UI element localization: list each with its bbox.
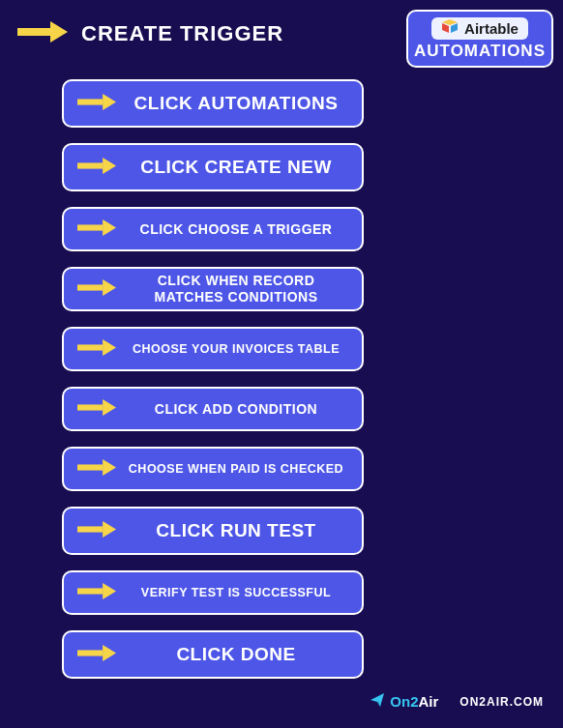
airtable-logo-icon <box>441 19 459 38</box>
svg-rect-15 <box>77 404 103 410</box>
step-button: Click When Record Matches Conditions <box>62 267 364 311</box>
airtable-logo-row: Airtable <box>431 17 528 40</box>
svg-marker-24 <box>103 645 116 661</box>
step-label: Choose your Invoices Table <box>133 342 340 357</box>
step-label: Verify test is successful <box>141 586 331 600</box>
step-text-wrap: Click Choose a Trigger <box>124 221 348 238</box>
svg-marker-6 <box>103 94 116 110</box>
step-label: Click Create New <box>140 157 332 179</box>
svg-marker-25 <box>370 693 384 707</box>
footer-url: on2air.com <box>459 695 544 709</box>
step-text-wrap: Click Create New <box>124 157 348 179</box>
airtable-automations-badge: Airtable Automations <box>406 10 553 68</box>
airtable-subtitle: Automations <box>414 42 546 61</box>
step-button: Click Choose a Trigger <box>62 207 364 251</box>
svg-rect-17 <box>77 464 103 470</box>
footer-brand-air: Air <box>418 693 438 710</box>
step-label: Click Add Condition <box>155 401 317 418</box>
step-label: Click Run Test <box>156 520 315 542</box>
svg-rect-0 <box>17 28 50 36</box>
step-text-wrap: Choose When Paid is checked <box>124 462 348 477</box>
step-text-wrap: Click Automations <box>124 93 348 115</box>
svg-rect-13 <box>77 344 103 350</box>
on2air-logo: On2Air <box>370 692 438 711</box>
steps-list: Click AutomationsClick Create NewClick C… <box>62 79 364 679</box>
footer: On2Air on2air.com <box>370 692 544 711</box>
step-text-wrap: Click Add Condition <box>124 401 348 418</box>
svg-marker-4 <box>451 23 458 33</box>
step-button: Verify test is successful <box>62 570 364 615</box>
svg-rect-21 <box>77 588 103 594</box>
airtable-brand-text: Airtable <box>464 20 519 37</box>
svg-marker-22 <box>103 583 116 599</box>
arrow-right-icon <box>77 94 116 114</box>
footer-brand-on2: On2 <box>390 693 418 710</box>
svg-marker-18 <box>103 459 116 476</box>
arrow-right-icon <box>77 279 116 300</box>
arrow-right-icon <box>77 583 116 603</box>
svg-marker-16 <box>103 399 116 416</box>
arrow-right-icon <box>77 158 116 178</box>
step-button: Choose your Invoices Table <box>62 327 364 371</box>
step-label: Click Done <box>176 644 295 666</box>
step-text-wrap: Choose your Invoices Table <box>124 342 348 357</box>
step-button: Click Done <box>62 630 364 679</box>
step-label: Click Automations <box>134 93 339 115</box>
svg-marker-12 <box>103 279 116 296</box>
svg-rect-11 <box>77 284 103 290</box>
step-text-wrap: Click Run Test <box>124 520 348 542</box>
arrow-right-icon <box>77 459 116 480</box>
arrow-right-icon <box>17 21 68 46</box>
svg-marker-3 <box>442 23 449 33</box>
step-label: Click When Record Matches Conditions <box>124 273 348 306</box>
arrow-right-icon <box>77 219 116 240</box>
arrow-right-icon <box>77 645 116 665</box>
svg-rect-19 <box>77 526 103 532</box>
svg-rect-9 <box>77 224 103 230</box>
svg-marker-8 <box>103 158 116 174</box>
step-text-wrap: Verify test is successful <box>124 586 348 600</box>
step-button: Click Automations <box>62 79 364 128</box>
header: Create Trigger <box>17 21 283 46</box>
svg-marker-1 <box>50 21 68 43</box>
step-text-wrap: Click Done <box>124 644 348 666</box>
svg-marker-14 <box>103 339 116 356</box>
page-title: Create Trigger <box>81 21 283 46</box>
svg-rect-5 <box>77 99 103 104</box>
paper-plane-icon <box>370 692 385 711</box>
svg-marker-20 <box>103 521 116 538</box>
arrow-right-icon <box>77 521 116 541</box>
step-button: Click Add Condition <box>62 387 364 431</box>
step-button: Choose When Paid is checked <box>62 447 364 491</box>
svg-rect-23 <box>77 650 103 655</box>
step-label: Choose When Paid is checked <box>129 462 343 477</box>
step-label: Click Choose a Trigger <box>140 221 333 238</box>
step-button: Click Run Test <box>62 507 364 555</box>
step-button: Click Create New <box>62 143 364 191</box>
svg-rect-7 <box>77 162 103 168</box>
arrow-right-icon <box>77 339 116 360</box>
svg-marker-10 <box>103 219 116 236</box>
step-text-wrap: Click When Record Matches Conditions <box>124 273 348 306</box>
arrow-right-icon <box>77 399 116 420</box>
